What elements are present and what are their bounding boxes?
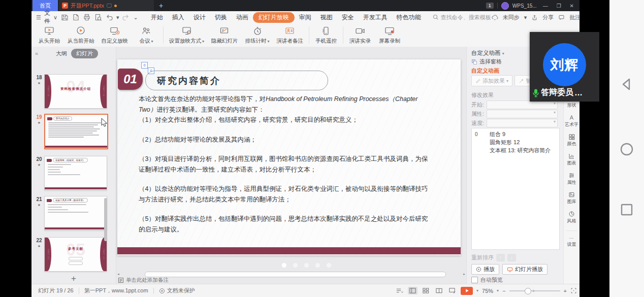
notes-toggle-icon[interactable] (395, 287, 404, 294)
collapse-panel-button[interactable]: « (31, 50, 38, 56)
hamburger-icon[interactable]: ☰ (36, 14, 41, 21)
sync-status[interactable]: 未同步 (503, 14, 520, 21)
play-from-start-button[interactable]: 从头开始 (35, 25, 64, 45)
play-animation-button[interactable]: 播放 (471, 264, 499, 275)
scroll-left-icon[interactable]: ◂ (116, 272, 120, 276)
hide-slide-button[interactable]: 隐藏幻灯片 (208, 25, 242, 45)
export-icon[interactable] (72, 13, 80, 21)
add-effect-button[interactable]: 添加效果▾ (471, 75, 512, 86)
notification-badge[interactable]: 1 (486, 3, 494, 9)
zoom-out-button[interactable]: − (502, 288, 505, 294)
zoom-in-button[interactable]: + (564, 288, 567, 294)
share-button[interactable]: 分享 (542, 14, 554, 21)
animation-list-item[interactable]: 文本框 13: 研究内容简介 (472, 146, 559, 154)
start-dropdown[interactable] (487, 101, 558, 109)
comment-button[interactable]: 批注 (569, 14, 581, 21)
close-button[interactable]: ✕ (567, 3, 576, 9)
setup-show-button[interactable]: 设置放映方式▾ (166, 25, 208, 45)
move-down-button[interactable]: ↓ (507, 254, 516, 261)
command-search[interactable]: 查找命令、搜索模板 (433, 14, 491, 21)
properties-tool[interactable]: 属性 (564, 172, 579, 186)
tab-outline[interactable]: 大纲 (56, 50, 67, 57)
play-dropdown-icon[interactable]: ▾ (476, 288, 478, 293)
custom-show-button[interactable]: 自定义放映 (98, 25, 132, 45)
slide-thumbnail-21[interactable]: 21★ 检索工具及运用（数据库等） (36, 196, 107, 230)
tab-security[interactable]: 安全 (337, 12, 359, 23)
lecture-record-button[interactable]: 演讲实录 (345, 25, 375, 45)
tab-view[interactable]: 视图 (316, 12, 337, 23)
tab-insert[interactable]: 插入 (168, 12, 189, 23)
settings-tool[interactable]: ⋯ 设置 (564, 236, 579, 248)
property-dropdown[interactable] (487, 110, 558, 118)
view-pen-icon[interactable] (447, 287, 457, 294)
slide-canvas[interactable]: 01 0 0 研究内容简介 本论文首先在奈达的功能对等理论指导下，对Handbo… (117, 59, 461, 255)
tab-slides[interactable]: 幻灯片 (71, 49, 98, 58)
slide-body-textbox[interactable]: 本论文首先在奈达的功能对等理论指导下，对Handbook of Petroleu… (139, 94, 429, 235)
zoom-slider[interactable] (509, 290, 560, 291)
user-avatar[interactable] (501, 2, 509, 10)
undo-icon[interactable] (105, 13, 113, 21)
panel-title[interactable]: 自定义动画 ▾ (471, 49, 504, 57)
tab-transition[interactable]: 切换 (210, 12, 232, 23)
animation-list-item[interactable]: 圆角矩形 12 (472, 138, 559, 146)
protection-status[interactable]: 文档未保护 (159, 287, 195, 294)
restore-button[interactable]: ❐ (554, 3, 564, 9)
zoom-slider-thumb[interactable] (525, 288, 531, 294)
slideshow-play-button[interactable] (461, 287, 473, 295)
tab-features[interactable]: 特色功能 (392, 12, 426, 23)
slide-thumbnail-19-selected[interactable]: 19★ 研究内容简介 (36, 114, 108, 149)
print-preview-icon[interactable] (94, 13, 102, 21)
more-commands-icon[interactable]: ⌄ (133, 14, 138, 21)
slide-thumbnail-18[interactable]: 18★ PART 04 PART 04 04 资料检索情况介绍 (36, 74, 107, 109)
undo-dropdown-icon[interactable]: ▾ (116, 14, 119, 21)
meeting-video-overlay[interactable]: 刘辉 答辩委员 … (530, 32, 599, 102)
chevron-down-icon[interactable]: ∨ (53, 14, 57, 21)
auto-preview-checkbox[interactable] (471, 277, 478, 283)
speed-dropdown[interactable] (487, 119, 558, 127)
style-tool[interactable]: 风格 (564, 211, 579, 224)
slide-title-box[interactable]: 研究内容简介 (145, 71, 328, 90)
animation-list[interactable]: 0 组合 9 圆角矩形 12 文本框 13: 研究内容简介 (471, 128, 560, 250)
slide-thumbnail-22[interactable]: 22★ PART 05 PART 05 05 参考文献 (36, 237, 107, 272)
zoom-level[interactable]: 75% (482, 288, 493, 294)
zoom-dropdown-icon[interactable]: ▾ (497, 288, 499, 293)
slideshow-play-button[interactable]: 幻灯片播放 (502, 264, 548, 275)
gallery-tool[interactable]: 图库 (564, 191, 579, 205)
panel-scrollbar[interactable] (104, 198, 107, 241)
selection-pane-button[interactable]: 选择窗格 (471, 58, 502, 65)
horizontal-scrollbar[interactable]: ◂ ▸ (116, 272, 466, 276)
charts-tool[interactable]: 图表 (564, 153, 579, 167)
minimize-button[interactable]: — (540, 3, 551, 9)
view-normal-icon[interactable] (408, 287, 417, 294)
save-icon[interactable] (60, 13, 69, 21)
print-icon[interactable] (83, 13, 91, 21)
account-name[interactable]: WPS_15... (512, 3, 537, 9)
animation-list-item[interactable]: 0 组合 9 (472, 130, 559, 138)
rehearse-timing-button[interactable]: 排练计时▾ (242, 25, 273, 45)
wordart-tool[interactable]: 艺术字 (564, 114, 579, 128)
tab-slideshow[interactable]: 幻灯片放映 (253, 12, 295, 23)
phone-remote-button[interactable]: 手机遥控 (311, 25, 341, 45)
slide-thumbnail-20[interactable]: 20★ 检索策略（检索词、检索式） (36, 156, 107, 190)
redo-icon[interactable] (122, 13, 130, 21)
tab-animation[interactable]: 动画 (232, 12, 253, 23)
android-back-icon[interactable] (619, 76, 635, 92)
sync-dropdown-icon[interactable]: ▾ (524, 14, 527, 21)
animation-order-tag[interactable]: 0 (141, 62, 148, 69)
add-slide-button[interactable]: + (31, 273, 116, 284)
colors-tool[interactable]: 颜色 (564, 134, 579, 147)
scroll-right-icon[interactable]: ▸ (462, 272, 466, 276)
speaker-notes-button[interactable]: 演讲者备注 (273, 25, 307, 45)
fit-screen-icon[interactable] (570, 287, 577, 294)
tab-design[interactable]: 设计 (189, 12, 210, 23)
android-recents-icon[interactable] (620, 203, 633, 216)
tab-devtools[interactable]: 开发工具 (359, 12, 392, 23)
move-up-button[interactable]: ↑ (496, 254, 505, 261)
section-number-badge[interactable]: 01 (118, 69, 143, 90)
android-home-icon[interactable] (620, 142, 634, 156)
play-from-current-button[interactable]: 从当前开始 (64, 25, 98, 45)
screen-record-button[interactable]: 屏幕录制 (375, 25, 404, 45)
tab-start[interactable]: 开始 (146, 12, 168, 23)
meeting-button[interactable]: 会议▾ (132, 25, 161, 45)
new-tab-button[interactable]: + (154, 0, 168, 11)
